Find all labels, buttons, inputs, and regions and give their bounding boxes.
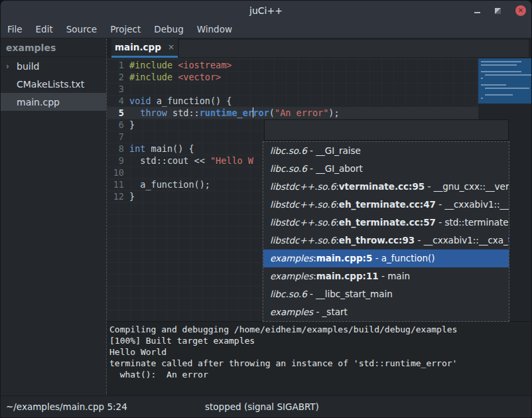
status-bar: ~/examples/main.cpp 5:24 stopped (signal… [1, 395, 531, 417]
menu-item-file[interactable]: File [1, 21, 29, 37]
frame-location: main.cpp:5 [316, 253, 373, 263]
menu-item-project[interactable]: Project [103, 21, 147, 37]
frame-function: - __cxxabiv1::__cxa_throw() [415, 235, 509, 245]
close-icon[interactable]: ✕ [515, 5, 526, 16]
code-token: runtime_er [200, 107, 253, 118]
frame-function: - a_function() [372, 253, 434, 263]
menu-item-window[interactable]: Window [190, 21, 239, 37]
file-tree: ›buildCMakeLists.txtmain.cpp [1, 57, 106, 111]
frame-library: libc.so.6 [270, 145, 307, 156]
tab-close-icon[interactable]: × [168, 42, 174, 52]
frame-location: eh_terminate.cc:57 [339, 217, 436, 228]
frame-location: eh_throw.cc:93 [339, 235, 415, 245]
minimize-icon[interactable] [474, 12, 480, 13]
titlebar[interactable]: juCi++ ✕ [1, 1, 531, 21]
stack-frame-row-3[interactable]: libstdc++.so.6:eh_terminate.cc:47 - __cx… [263, 196, 509, 214]
frame-library: libstdc++.so.6 [270, 199, 336, 210]
code-token: int [129, 143, 145, 154]
tree-item-build[interactable]: ›build [1, 57, 106, 75]
frame-function: - std::terminate() [436, 217, 509, 228]
line-number: 8 [107, 143, 124, 155]
frame-function: - __libc_start_main [307, 289, 393, 299]
main-area: main.cpp × 1#include <iostream>2#include… [107, 38, 532, 397]
stack-frame-row-2[interactable]: libstdc++.so.6:vterminate.cc:95 - __gnu_… [263, 178, 509, 196]
tree-item-main.cpp[interactable]: main.cpp [1, 93, 106, 111]
menu-item-edit[interactable]: Edit [29, 21, 60, 37]
code-token: throw [140, 107, 167, 118]
tab-bar-empty-space [179, 40, 529, 57]
minimap-code-line [481, 71, 521, 72]
terminal-line: what(): An error [109, 369, 532, 380]
menu-item-source[interactable]: Source [60, 21, 103, 37]
minimap-code-line [485, 74, 532, 76]
frame-function: - _start [313, 307, 348, 317]
frame-library: libc.so.6 [270, 289, 307, 299]
stack-frame-row-8[interactable]: libc.so.6 - __libc_start_main [263, 285, 509, 303]
stack-frame-row-7[interactable]: examples:main.cpp:11 - main [263, 267, 509, 285]
stack-frame-row-0[interactable]: libc.so.6 - __GI_raise [263, 142, 509, 160]
juci-window: juCi++ ✕ FileEditSourceProjectDebugWindo… [0, 0, 532, 418]
frame-library: examples [270, 253, 313, 263]
minimap-code-line [485, 88, 529, 89]
terminal-line: terminate called after throwing an insta… [109, 358, 532, 369]
status-file-location: ~/examples/main.cpp 5:24 [1, 401, 127, 412]
code-token: main() { [145, 143, 194, 154]
code-token: <vector> [178, 72, 221, 82]
minimap-code-line [481, 61, 521, 62]
stack-frame-row-5[interactable]: libstdc++.so.6:eh_throw.cc:93 - __cxxabi… [263, 232, 509, 249]
line-number: 4 [107, 95, 124, 107]
frame-function: - __gnu_cxx::__verbose_terminate_handler… [425, 181, 509, 192]
frame-location: main.cpp:11 [316, 271, 379, 281]
code-token [129, 107, 140, 118]
code-token: ror [253, 107, 269, 118]
status-debug-state: stopped (signal SIGABRT) [205, 401, 319, 412]
code-token: ( [269, 107, 275, 118]
minimap-code-line [481, 98, 483, 99]
line-number: 12 [107, 190, 124, 202]
stack-frame-row-9[interactable]: examples - _start [263, 303, 509, 321]
restore-icon[interactable] [495, 8, 501, 14]
code-token: a_function(); [129, 179, 210, 190]
stack-frame-row-1[interactable]: libc.so.6 - __GI_abort [263, 160, 509, 178]
frame-location: vterminate.cc:95 [339, 181, 425, 192]
frame-function: - main [379, 271, 410, 281]
frame-function: - __GI_raise [307, 145, 361, 156]
line-number: 10 [107, 167, 124, 178]
code-token: } [129, 191, 135, 202]
tree-item-label: CMakeLists.txt [17, 79, 84, 90]
code-token: #include [129, 60, 178, 70]
minimap[interactable] [478, 58, 532, 104]
line-number: 1 [107, 59, 124, 71]
frame-library: libstdc++.so.6 [270, 235, 336, 245]
code-line-1[interactable]: 1#include <iostream> [107, 59, 478, 71]
code-line-5[interactable]: 5 throw std::runtime_error("An error"); [107, 107, 478, 119]
chevron-right-icon[interactable]: › [6, 62, 9, 71]
code-token: <iostream> [178, 60, 232, 70]
stack-frame-row-6[interactable]: examples:main.cpp:5 - a_function() [263, 249, 509, 267]
tree-item-cmakelists.txt[interactable]: CMakeLists.txt [1, 75, 106, 93]
tab-main-cpp[interactable]: main.cpp × [111, 38, 178, 58]
code-editor[interactable]: 1#include <iostream>2#include <vector>34… [107, 58, 532, 321]
menu-bar: FileEditSourceProjectDebugWindow [1, 21, 531, 38]
code-token: a_function() { [151, 96, 232, 106]
line-number: 6 [107, 119, 124, 131]
code-line-3[interactable]: 3 [107, 83, 478, 95]
menu-item-debug[interactable]: Debug [147, 21, 190, 37]
code-token: std:: [167, 107, 200, 118]
code-token: #include [129, 72, 178, 82]
terminal-line: Compiling and debugging /home/eidheim/ex… [109, 324, 532, 335]
frame-library: examples [270, 307, 313, 317]
code-line-4[interactable]: 4void a_function() { [107, 95, 478, 107]
line-number: 7 [107, 131, 124, 143]
tree-item-label: main.cpp [17, 97, 60, 107]
file-tree-sidebar: examples ›buildCMakeLists.txtmain.cpp [1, 38, 107, 397]
terminal-line: [100%] Built target examples [109, 335, 532, 346]
minimap-code-line [481, 78, 483, 79]
frame-library: examples [270, 271, 313, 281]
code-line-2[interactable]: 2#include <vector> [107, 71, 478, 83]
code-token: ); [328, 107, 339, 118]
window-controls: ✕ [474, 1, 526, 21]
line-number: 3 [107, 83, 124, 95]
stack-frame-row-4[interactable]: libstdc++.so.6:eh_terminate.cc:57 - std:… [263, 214, 509, 232]
window-title: juCi++ [249, 5, 283, 16]
